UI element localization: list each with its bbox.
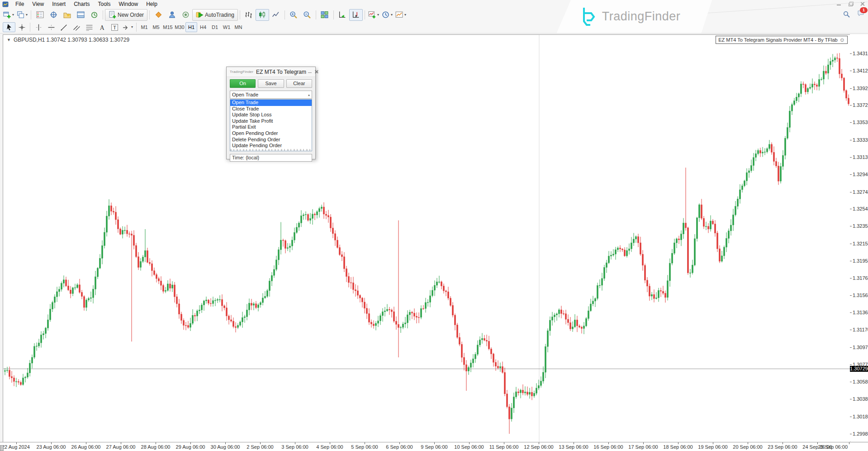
templates-caret-icon[interactable]: ▾ bbox=[404, 13, 406, 17]
fibonacci-icon[interactable] bbox=[83, 22, 95, 32]
periods-icon[interactable]: ▾ bbox=[380, 9, 394, 21]
zoom-in-icon[interactable] bbox=[287, 9, 300, 21]
navigator-icon[interactable] bbox=[60, 9, 74, 21]
crosshair-icon[interactable] bbox=[15, 22, 28, 32]
text-label-icon[interactable]: T bbox=[108, 22, 121, 32]
chart-area[interactable]: ▼ GBPUSD,H1 1.30742 1.30793 1.30633 1.30… bbox=[3, 34, 850, 442]
autotrading-button[interactable]: AutoTrading bbox=[192, 9, 238, 21]
zoom-out-icon[interactable] bbox=[300, 9, 314, 21]
indicators-caret-icon[interactable]: ▾ bbox=[377, 13, 379, 17]
new-chart-caret-icon[interactable]: ▾ bbox=[12, 13, 14, 17]
timeframe-h1-button[interactable]: H1 bbox=[185, 22, 197, 32]
save-button[interactable]: Save bbox=[258, 79, 284, 88]
dialog-minimize-icon[interactable] bbox=[308, 69, 313, 74]
time-field[interactable]: Time: {local} bbox=[230, 154, 312, 162]
notifications-icon[interactable]: 1 bbox=[857, 10, 864, 19]
candlestick-mode-icon bbox=[258, 11, 266, 19]
tile-windows-icon[interactable] bbox=[318, 9, 332, 21]
date-label: 22 Aug 2024 bbox=[2, 444, 30, 450]
clear-button[interactable]: Clear bbox=[286, 79, 312, 88]
dialog-close-icon[interactable] bbox=[314, 69, 319, 74]
timeframe-w1-button[interactable]: W1 bbox=[221, 22, 232, 32]
equidistant-channel-icon bbox=[73, 24, 81, 31]
indicators-icon[interactable]: ▾ bbox=[367, 9, 380, 21]
price-tick bbox=[850, 295, 852, 296]
chart-shift-icon[interactable] bbox=[349, 9, 363, 21]
data-window-icon[interactable] bbox=[47, 9, 60, 21]
menu-item-file[interactable]: File bbox=[11, 0, 28, 8]
trendline-icon[interactable] bbox=[57, 22, 70, 32]
timeframe-m5-button[interactable]: M5 bbox=[150, 22, 162, 32]
equidistant-channel-icon[interactable] bbox=[70, 22, 83, 32]
timeframe-h4-button[interactable]: H4 bbox=[197, 22, 209, 32]
expert-advisors-icon[interactable] bbox=[165, 9, 179, 21]
menu-item-insert[interactable]: Insert bbox=[48, 0, 70, 8]
dropdown-item[interactable]: Update Take Profit bbox=[230, 118, 312, 125]
shapes-icon[interactable]: ▾ bbox=[121, 22, 134, 32]
terminal-icon[interactable] bbox=[74, 9, 87, 21]
new-chart-icon[interactable]: ▾ bbox=[2, 9, 15, 21]
price-label: 1.30970 bbox=[853, 345, 868, 350]
periods-caret-icon[interactable]: ▾ bbox=[391, 13, 393, 17]
menu-item-tools[interactable]: Tools bbox=[94, 0, 115, 8]
expert-advisors-icon bbox=[168, 11, 176, 19]
cursor-icon[interactable] bbox=[3, 22, 15, 32]
candlestick-mode-icon[interactable] bbox=[256, 9, 269, 21]
date-label: 4 Sep 06:00 bbox=[316, 444, 343, 450]
strategy-tester-icon[interactable] bbox=[87, 9, 101, 21]
date-label: 19 Sep 06:00 bbox=[698, 444, 727, 450]
dropdown-item[interactable]: Open Trade bbox=[230, 100, 312, 106]
timeframe-mn-button[interactable]: MN bbox=[232, 22, 244, 32]
candlestick-chart[interactable] bbox=[3, 35, 850, 442]
timeframe-m15-button[interactable]: M15 bbox=[162, 22, 174, 32]
menu-item-view[interactable]: View bbox=[28, 0, 48, 8]
timeframe-m1-button[interactable]: M1 bbox=[138, 22, 150, 32]
price-label: 1.30380 bbox=[853, 396, 868, 402]
arrange-windows-icon[interactable] bbox=[336, 9, 349, 21]
trendline-icon bbox=[60, 24, 68, 31]
date-label: 3 Sep 06:00 bbox=[281, 444, 308, 450]
horizontal-line-icon[interactable] bbox=[45, 22, 57, 32]
text-icon[interactable]: A bbox=[95, 22, 108, 32]
dropdown-item[interactable]: Update Pending Order bbox=[230, 143, 312, 149]
price-label: 1.30180 bbox=[853, 414, 868, 419]
chart-dropdown-icon[interactable]: ▼ bbox=[7, 38, 11, 42]
on-button[interactable]: On bbox=[230, 79, 256, 88]
metaeditor-icon[interactable] bbox=[152, 9, 165, 21]
profiles-icon[interactable]: ▾ bbox=[15, 9, 29, 21]
menu-item-window[interactable]: Window bbox=[115, 0, 142, 8]
price-axis[interactable]: 1.343151.341201.339201.337251.335301.333… bbox=[850, 34, 868, 441]
vertical-line-icon[interactable] bbox=[32, 22, 45, 32]
dialog-titlebar[interactable]: TradingFinder EZ MT4 To Telegram bbox=[227, 67, 315, 77]
standard-toolbar: ▾▾New OrderAutoTrading▾▾▾ bbox=[0, 8, 868, 21]
date-label: 23 Sep 06:00 bbox=[768, 444, 797, 450]
action-combobox[interactable]: Open Trade ▴ bbox=[230, 91, 312, 99]
dropdown-item[interactable]: Delete Pending Order bbox=[230, 137, 312, 143]
timeframe-d1-button[interactable]: D1 bbox=[209, 22, 221, 32]
profiles-caret-icon[interactable]: ▾ bbox=[26, 13, 28, 17]
menu-item-charts[interactable]: Charts bbox=[70, 0, 94, 8]
templates-icon[interactable]: ▾ bbox=[394, 9, 408, 21]
price-label: 1.33725 bbox=[853, 102, 868, 108]
templates-icon bbox=[395, 11, 403, 19]
price-label: 1.30580 bbox=[853, 379, 868, 384]
bar-chart-icon[interactable] bbox=[242, 9, 256, 21]
shapes-caret-icon[interactable]: ▾ bbox=[131, 25, 133, 29]
date-label: 12 Sep 06:00 bbox=[524, 444, 553, 450]
sounds-icon[interactable] bbox=[179, 9, 192, 21]
market-watch-icon[interactable] bbox=[33, 9, 47, 21]
timeframe-m30-button[interactable]: M30 bbox=[174, 22, 185, 32]
new-order-button[interactable]: New Order bbox=[105, 9, 147, 21]
search-icon[interactable] bbox=[843, 11, 850, 18]
restore-icon[interactable] bbox=[848, 1, 854, 6]
ea-smiley-icon[interactable]: ☺ bbox=[840, 36, 845, 43]
dropdown-item[interactable]: Update Stop Loss bbox=[230, 112, 312, 118]
ez-mt4-telegram-dialog[interactable]: TradingFinder EZ MT4 To Telegram OnSaveC… bbox=[226, 67, 316, 159]
dropdown-item[interactable]: Close Trade bbox=[230, 106, 312, 112]
date-label: 10 Sep 06:00 bbox=[454, 444, 484, 450]
dropdown-item[interactable]: Open Pending Order bbox=[230, 130, 312, 137]
date-axis[interactable]: 22 Aug 202423 Aug 06:0026 Aug 06:0027 Au… bbox=[0, 442, 868, 451]
menu-item-help[interactable]: Help bbox=[142, 0, 161, 8]
line-chart-icon[interactable] bbox=[269, 9, 283, 21]
dropdown-item[interactable]: Partial Exit bbox=[230, 124, 312, 130]
